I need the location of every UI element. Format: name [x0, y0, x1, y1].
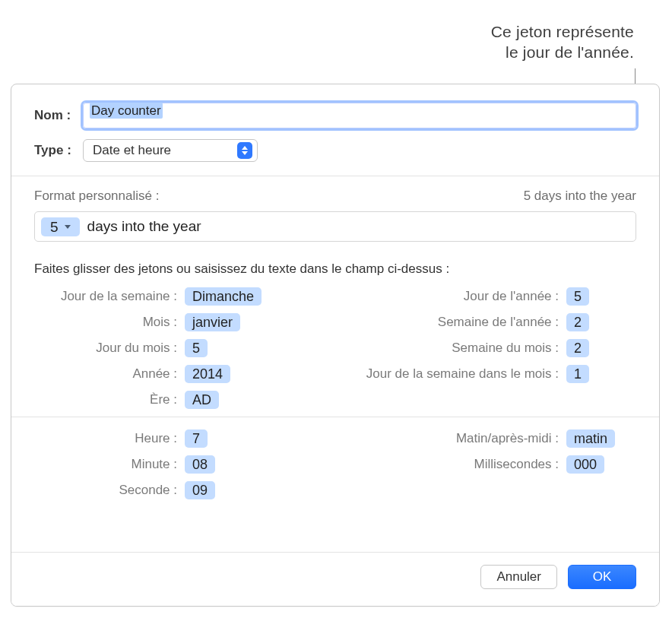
token-row-day-of-year: Jour de l'année : 5: [331, 287, 636, 306]
token-label: Semaine du mois :: [331, 341, 566, 356]
token-label: Mois :: [34, 315, 185, 330]
token-row-second: Seconde : 09: [34, 481, 331, 499]
token-row-minute: Minute : 08: [34, 455, 331, 474]
dialog-footer: Annuler OK: [11, 552, 659, 606]
token-week-of-year[interactable]: 2: [566, 313, 589, 331]
token-weekday-in-month[interactable]: 1: [566, 365, 589, 383]
token-milliseconds[interactable]: 000: [566, 455, 604, 474]
ok-button[interactable]: OK: [568, 565, 636, 589]
callout-annotation: Ce jeton représente le jour de l'année.: [491, 21, 634, 63]
date-tokens-left-col: Jour de la semaine : Dimanche Mois : jan…: [34, 287, 331, 409]
time-tokens-left-col: Heure : 7 Minute : 08 Seconde : 09: [34, 429, 331, 499]
token-row-millis: Millisecondes : 000: [331, 455, 636, 474]
name-input[interactable]: Day counter: [83, 103, 636, 128]
chevron-down-icon: [65, 225, 71, 229]
token-label: Ère :: [34, 392, 185, 407]
format-token-day-of-year[interactable]: 5: [41, 217, 80, 236]
token-row-hour: Heure : 7: [34, 429, 331, 448]
format-header-label: Format personnalisé :: [34, 189, 159, 204]
token-row-ampm: Matin/après-midi : matin: [331, 429, 636, 448]
cancel-button[interactable]: Annuler: [480, 565, 557, 589]
chevron-up-down-icon: [237, 142, 252, 159]
token-row-week-of-month: Semaine du mois : 2: [331, 339, 636, 357]
token-year[interactable]: 2014: [185, 365, 230, 383]
header-section: Nom : Day counter Type : Date et heure: [11, 84, 659, 176]
format-token-value: 5: [50, 220, 59, 234]
token-label: Année :: [34, 366, 185, 382]
token-label: Seconde :: [34, 483, 185, 498]
format-header: Format personnalisé : 5 days into the ye…: [34, 189, 636, 204]
token-second[interactable]: 09: [185, 481, 215, 499]
token-minute[interactable]: 08: [185, 455, 215, 474]
token-row-era: Ère : AD: [34, 391, 331, 409]
annotation-line-2: le jour de l'année.: [491, 42, 634, 62]
time-tokens-right-col: Matin/après-midi : matin Millisecondes :…: [331, 429, 636, 499]
format-literal-text: days into the year: [87, 218, 201, 235]
token-row-day-of-week: Jour de la semaine : Dimanche: [34, 287, 331, 306]
token-label: Jour du mois :: [34, 341, 185, 356]
time-token-palette: Heure : 7 Minute : 08 Seconde : 09 Matin…: [11, 417, 659, 507]
type-row: Type : Date et heure: [34, 139, 636, 162]
drag-instruction: Faites glisser des jetons ou saisissez d…: [11, 245, 659, 277]
token-row-weekday-in-month: Jour de la semaine dans le mois : 1: [331, 365, 636, 383]
name-input-value: Day counter: [90, 103, 163, 119]
token-hour[interactable]: 7: [185, 429, 208, 448]
token-row-day-of-month: Jour du mois : 5: [34, 339, 331, 357]
name-row: Nom : Day counter: [34, 103, 636, 128]
token-day-of-year[interactable]: 5: [566, 287, 589, 306]
name-label: Nom :: [34, 108, 83, 123]
token-label: Jour de la semaine dans le mois :: [331, 366, 566, 382]
format-preview: 5 days into the year: [524, 189, 636, 204]
token-label: Minute :: [34, 457, 185, 472]
date-token-palette: Jour de la semaine : Dimanche Mois : jan…: [11, 277, 659, 417]
token-label: Semaine de l'année :: [331, 315, 566, 330]
custom-format-section: Format personnalisé : 5 days into the ye…: [11, 176, 659, 245]
token-row-year: Année : 2014: [34, 365, 331, 383]
token-label: Matin/après-midi :: [331, 431, 566, 446]
format-field[interactable]: 5 days into the year: [34, 211, 636, 242]
token-week-of-month[interactable]: 2: [566, 339, 589, 357]
token-label: Millisecondes :: [331, 457, 566, 472]
token-era[interactable]: AD: [185, 391, 219, 409]
token-row-month: Mois : janvier: [34, 313, 331, 331]
type-label: Type :: [34, 143, 83, 158]
token-month[interactable]: janvier: [185, 313, 240, 331]
type-select[interactable]: Date et heure: [83, 139, 258, 162]
token-day-of-week[interactable]: Dimanche: [185, 287, 262, 306]
type-select-value: Date et heure: [93, 143, 171, 158]
token-day-of-month[interactable]: 5: [185, 339, 208, 357]
token-ampm[interactable]: matin: [566, 429, 615, 448]
token-row-week-of-year: Semaine de l'année : 2: [331, 313, 636, 331]
annotation-line-1: Ce jeton représente: [491, 21, 634, 42]
format-dialog: Nom : Day counter Type : Date et heure F…: [11, 84, 660, 607]
date-tokens-right-col: Jour de l'année : 5 Semaine de l'année :…: [331, 287, 636, 409]
token-label: Jour de l'année :: [331, 289, 566, 304]
token-label: Jour de la semaine :: [34, 289, 185, 304]
token-label: Heure :: [34, 431, 185, 446]
